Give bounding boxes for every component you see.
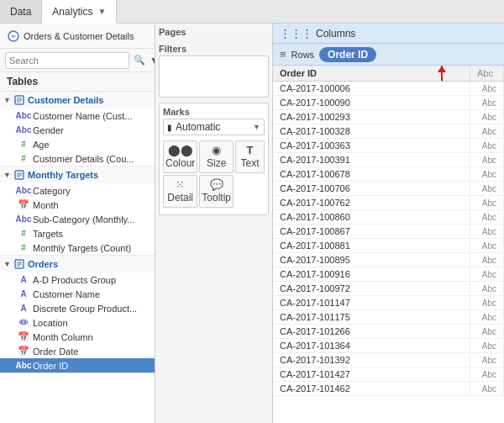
text-icon: T xyxy=(247,145,254,156)
field-order-date[interactable]: 📅 Order Date xyxy=(0,344,155,358)
marks-size-btn[interactable]: ◉ Size xyxy=(199,140,234,173)
tooltip-label: Tooltip xyxy=(202,192,231,204)
abc-cell: Abc xyxy=(470,282,504,296)
field-customer-name[interactable]: Abc Customer Name (Cust... xyxy=(0,108,155,123)
abc-cell: Abc xyxy=(470,210,504,225)
field-ad-products[interactable]: A A-D Products Group xyxy=(0,272,155,287)
group-monthly-name: Monthly Targets xyxy=(28,170,98,180)
left-panel: Orders & Customer Details 🔍 ▼ ☰ Tables xyxy=(0,24,155,423)
field-targets[interactable]: # Targets xyxy=(0,226,155,241)
colour-label: Colour xyxy=(165,157,195,169)
table-row: CA-2017-101147Abc xyxy=(273,296,504,310)
col-abc: Abc xyxy=(470,66,504,82)
abc-cell: Abc xyxy=(470,153,504,167)
arrow-indicator xyxy=(441,66,443,81)
field-category[interactable]: Abc Category xyxy=(0,183,155,198)
field-month[interactable]: 📅 Month xyxy=(0,198,155,212)
field-order-id[interactable]: Abc Order ID xyxy=(0,358,155,373)
abc-cell: Abc xyxy=(470,267,504,282)
abc-cell: Abc xyxy=(470,182,504,196)
field-abc-icon: Abc xyxy=(17,110,30,121)
table-row: CA-2017-100867Abc xyxy=(273,225,504,239)
field-discrete-group[interactable]: A Discrete Group Product... xyxy=(0,301,155,315)
field-orders-customer-name[interactable]: A Customer Name xyxy=(0,287,155,301)
columns-label: Columns xyxy=(316,28,355,40)
field-discrete-icon: A xyxy=(17,303,30,314)
arrow-head xyxy=(438,66,446,72)
table-row: CA-2017-100860Abc xyxy=(273,210,504,225)
marks-dropdown[interactable]: ▮ Automatic ▼ xyxy=(163,119,265,135)
marks-buttons: ⬤⬤ Colour ◉ Size T Text ⁙ Detail xyxy=(163,140,265,208)
order-id-cell: CA-2017-101427 xyxy=(273,367,470,382)
marks-tooltip-btn[interactable]: 💬 Tooltip xyxy=(199,175,234,208)
marks-dropdown-label: Automatic xyxy=(176,121,220,133)
field-age[interactable]: # Age xyxy=(0,137,155,151)
field-month-column[interactable]: 📅 Month Column xyxy=(0,330,155,344)
abc-cell: Abc xyxy=(470,124,504,139)
abc-cell: Abc xyxy=(470,110,504,124)
table-row: CA-2017-100762Abc xyxy=(273,196,504,210)
filters-section: Filters xyxy=(159,44,269,98)
field-location[interactable]: Location xyxy=(0,315,155,330)
marks-detail-btn[interactable]: ⁙ Detail xyxy=(163,175,197,208)
order-id-cell: CA-2017-100678 xyxy=(273,167,470,182)
field-order-date-icon: 📅 xyxy=(17,346,30,357)
search-input[interactable] xyxy=(5,52,129,69)
detail-icon: ⁙ xyxy=(176,179,185,190)
table-row: CA-2017-100391Abc xyxy=(273,153,504,167)
marks-section: Marks ▮ Automatic ▼ ⬤⬤ Colour ◉ Size xyxy=(159,103,269,215)
marks-dropdown-arrow: ▼ xyxy=(253,123,260,131)
tab-analytics-label: Analytics xyxy=(52,6,92,18)
group-orders-header[interactable]: ▼ Orders xyxy=(0,256,155,272)
field-sub-category[interactable]: Abc Sub-Category (Monthly... xyxy=(0,212,155,226)
search-filter-btn[interactable]: ▼ xyxy=(148,54,155,67)
group-orders: ▼ Orders A A-D Products Group A Customer… xyxy=(0,256,155,373)
abc-cell: Abc xyxy=(470,139,504,153)
size-icon: ◉ xyxy=(212,145,221,156)
order-id-cell: CA-2017-100328 xyxy=(273,124,470,139)
abc-cell: Abc xyxy=(470,382,504,396)
search-filter-icon[interactable]: 🔍 xyxy=(133,54,146,67)
field-category-icon: Abc xyxy=(17,185,30,196)
columns-header: ⋮⋮⋮ Columns xyxy=(273,24,504,44)
abc-cell: Abc xyxy=(470,239,504,253)
group-monthly-targets: ▼ Monthly Targets Abc Category 📅 Month xyxy=(0,167,155,256)
tab-analytics[interactable]: Analytics ▼ xyxy=(42,0,117,24)
field-hash-icon2: # xyxy=(17,153,30,164)
order-id-cell: CA-2017-100867 xyxy=(273,225,470,239)
group-customer-details-header[interactable]: ▼ Customer Details xyxy=(0,92,155,108)
field-targets-icon: # xyxy=(17,228,30,239)
table-row: CA-2017-100881Abc xyxy=(273,239,504,253)
field-hash-icon: # xyxy=(17,139,30,150)
tab-analytics-arrow: ▼ xyxy=(97,7,106,16)
table-row: CA-2017-100972Abc xyxy=(273,282,504,296)
rows-area: ≡ Rows Order ID xyxy=(273,44,504,66)
table-row: CA-2017-100706Abc xyxy=(273,182,504,196)
tab-data-label: Data xyxy=(10,6,31,18)
size-label: Size xyxy=(207,157,226,169)
tooltip-icon: 💬 xyxy=(210,179,223,190)
filters-label: Filters xyxy=(159,44,269,54)
order-id-cell: CA-2017-100363 xyxy=(273,139,470,153)
order-id-pill[interactable]: Order ID xyxy=(319,47,376,62)
marks-text-btn[interactable]: T Text xyxy=(235,140,265,173)
abc-cell: Abc xyxy=(470,253,504,267)
table-row: CA-2017-101427Abc xyxy=(273,367,504,382)
colour-icon: ⬤⬤ xyxy=(168,145,193,156)
order-id-cell: CA-2017-100006 xyxy=(273,82,470,96)
field-gender[interactable]: Abc Gender xyxy=(0,123,155,137)
tables-header: Tables xyxy=(0,72,155,92)
tab-data[interactable]: Data xyxy=(0,0,42,23)
expand-arrow-monthly: ▼ xyxy=(3,171,12,179)
datasource-label: Orders & Customer Details xyxy=(24,31,148,41)
abc-cell: Abc xyxy=(470,339,504,353)
order-id-cell: CA-2017-101462 xyxy=(273,382,470,396)
abc-cell: Abc xyxy=(470,325,504,339)
order-id-cell: CA-2017-101266 xyxy=(273,325,470,339)
field-monthly-count[interactable]: # Monthly Targets (Count) xyxy=(0,241,155,255)
field-customer-count[interactable]: # Customer Details (Cou... xyxy=(0,151,155,166)
marks-colour-btn[interactable]: ⬤⬤ Colour xyxy=(163,140,197,173)
group-customer-name: Customer Details xyxy=(28,95,103,105)
group-monthly-targets-header[interactable]: ▼ Monthly Targets xyxy=(0,167,155,183)
table-row: CA-2017-100328Abc xyxy=(273,124,504,139)
